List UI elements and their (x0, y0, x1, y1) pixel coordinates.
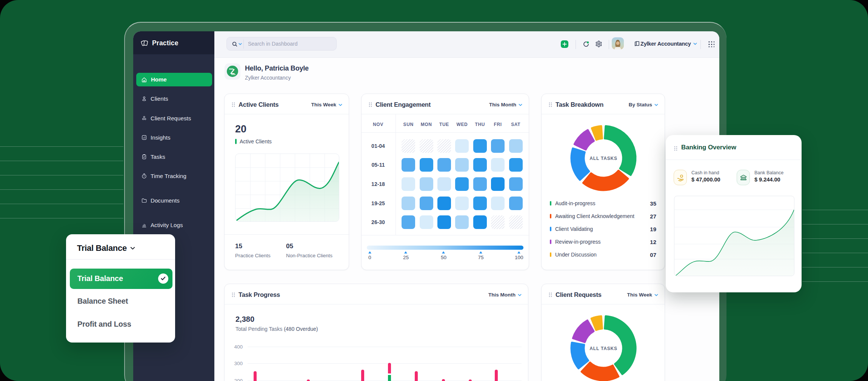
svg-text:ALL TASKS: ALL TASKS (589, 346, 617, 351)
svg-text:ALL TASKS: ALL TASKS (589, 156, 617, 161)
